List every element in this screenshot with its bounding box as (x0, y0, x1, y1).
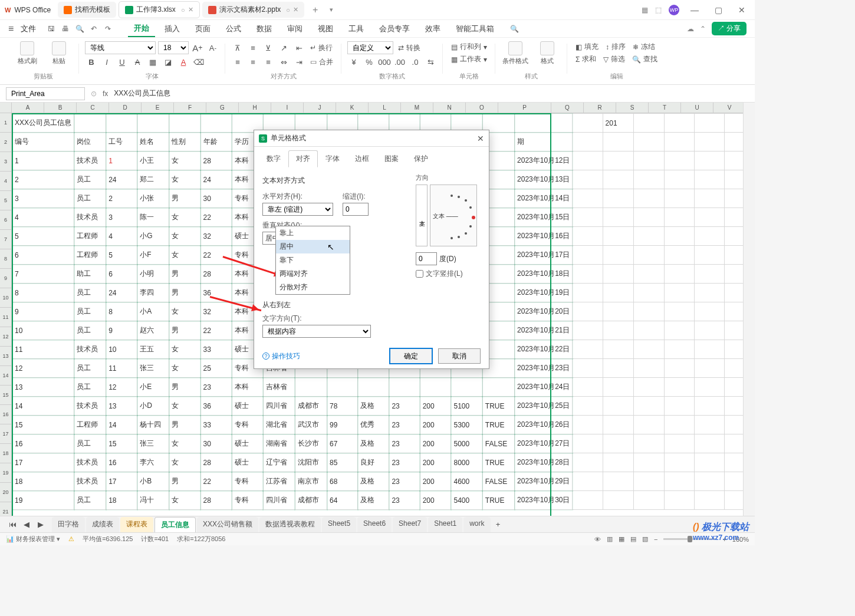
menu-icon[interactable]: ≡ (8, 24, 14, 34)
col-header[interactable]: I (271, 103, 304, 113)
cell[interactable]: 2023年10月17日 (515, 246, 573, 265)
cell[interactable] (664, 170, 694, 189)
cell[interactable]: TRUE (482, 416, 514, 434)
zoom-in-icon[interactable]: + (722, 536, 726, 543)
cell[interactable]: 11 (106, 359, 137, 378)
cell[interactable] (603, 170, 634, 189)
cell[interactable] (664, 340, 694, 359)
sheet-tab[interactable]: Sheet1 (428, 517, 462, 532)
cell[interactable]: 67 (327, 434, 358, 453)
cell[interactable]: 22 (200, 472, 232, 491)
cell[interactable]: 200 (420, 491, 451, 510)
cell[interactable]: 99 (327, 416, 358, 434)
dlg-tab-protect[interactable]: 保护 (406, 150, 436, 167)
cell[interactable]: 员工 (74, 491, 106, 510)
sheet-tab[interactable]: XXX公司销售额 (197, 517, 258, 532)
cell[interactable]: 张三 (137, 434, 169, 453)
cell[interactable] (664, 453, 694, 472)
cell[interactable] (634, 453, 664, 472)
cell[interactable] (573, 227, 603, 246)
cell[interactable]: 13 (12, 378, 74, 397)
cell[interactable] (664, 491, 694, 510)
align-bottom-icon[interactable]: ⊻ (262, 41, 275, 54)
cell[interactable]: 12 (12, 359, 74, 378)
cell[interactable] (664, 472, 694, 491)
cell[interactable]: 2023年10月16日 (515, 227, 573, 246)
cell[interactable] (573, 397, 603, 416)
cell[interactable]: 23 (389, 491, 420, 510)
ribbon-tab-insert[interactable]: 插入 (159, 21, 186, 37)
minimize-button[interactable]: — (686, 5, 703, 15)
cell[interactable]: 16 (12, 434, 74, 453)
row-header[interactable]: 5 (0, 191, 12, 210)
cell[interactable] (634, 114, 664, 133)
cell[interactable]: 10 (106, 340, 137, 359)
cell[interactable]: 6 (12, 246, 74, 265)
row-header[interactable]: 13 (0, 347, 12, 366)
cell[interactable]: 85 (327, 453, 358, 472)
cell[interactable]: 技术员 (74, 340, 106, 359)
cell-style-button[interactable]: 格式 (533, 41, 561, 65)
cell[interactable]: 5100 (451, 397, 482, 416)
fx-label[interactable]: fx (103, 90, 108, 98)
cell[interactable]: 5000 (451, 434, 482, 453)
cell[interactable]: 女 (169, 359, 200, 378)
cell[interactable] (634, 208, 664, 227)
cell[interactable] (664, 208, 694, 227)
col-header[interactable]: Q (551, 103, 584, 113)
cell[interactable] (603, 416, 634, 434)
cell[interactable]: 良好 (358, 453, 389, 472)
cell[interactable] (573, 416, 603, 434)
cell[interactable] (603, 472, 634, 491)
ok-button[interactable]: 确定 (390, 348, 432, 364)
cell[interactable]: 28 (200, 453, 232, 472)
cell[interactable]: 2023年10月20日 (515, 302, 573, 321)
cell[interactable] (694, 359, 724, 378)
redo-icon[interactable]: ↷ (102, 23, 114, 35)
cell[interactable]: 专科 (232, 472, 263, 491)
cell[interactable] (694, 265, 724, 284)
col-header[interactable]: T (649, 103, 681, 113)
cell[interactable]: 14 (12, 397, 74, 416)
cell[interactable]: 23 (389, 416, 420, 434)
row-header[interactable]: 15 (0, 386, 12, 405)
cell[interactable] (634, 246, 664, 265)
cell[interactable]: 专科 (232, 416, 263, 434)
row-header[interactable]: 10 (0, 288, 12, 308)
cell[interactable]: 员工 (74, 302, 106, 321)
cell[interactable]: 编号 (12, 133, 74, 151)
cell[interactable] (295, 378, 327, 397)
bold-button[interactable]: B (85, 55, 98, 68)
row-header[interactable]: 12 (0, 327, 12, 347)
sheet-nav-prev[interactable]: ◀ (20, 518, 33, 531)
cell[interactable] (603, 378, 634, 397)
eye-icon[interactable]: 👁 (594, 536, 601, 543)
cell[interactable] (664, 284, 694, 302)
cell[interactable] (573, 321, 603, 340)
cell[interactable] (573, 133, 603, 151)
cell[interactable] (694, 208, 724, 227)
cell[interactable]: 23 (389, 472, 420, 491)
col-header[interactable]: J (304, 103, 336, 113)
cell[interactable]: 工号 (106, 133, 137, 151)
cancel-button[interactable]: 取消 (438, 348, 481, 364)
cell[interactable] (603, 208, 634, 227)
cell[interactable]: 5 (12, 227, 74, 246)
cell[interactable]: 2 (12, 170, 74, 189)
cell[interactable]: TRUE (482, 397, 514, 416)
col-header[interactable]: G (206, 103, 239, 113)
col-header[interactable]: L (369, 103, 401, 113)
cell[interactable]: 姓名 (137, 133, 169, 151)
cell[interactable] (664, 189, 694, 208)
row-header[interactable]: 18 (0, 444, 12, 463)
sheet-tab[interactable]: Sheet7 (393, 517, 427, 532)
sheet-tab[interactable]: 数据透视表教程 (259, 517, 321, 532)
cell[interactable]: 23 (389, 453, 420, 472)
cell[interactable]: 湖北省 (263, 416, 295, 434)
cell[interactable] (634, 340, 664, 359)
cell[interactable]: 4 (106, 227, 137, 246)
col-header[interactable]: F (174, 103, 206, 113)
cell[interactable]: 24 (106, 284, 137, 302)
cell[interactable] (603, 151, 634, 170)
cell[interactable] (634, 416, 664, 434)
